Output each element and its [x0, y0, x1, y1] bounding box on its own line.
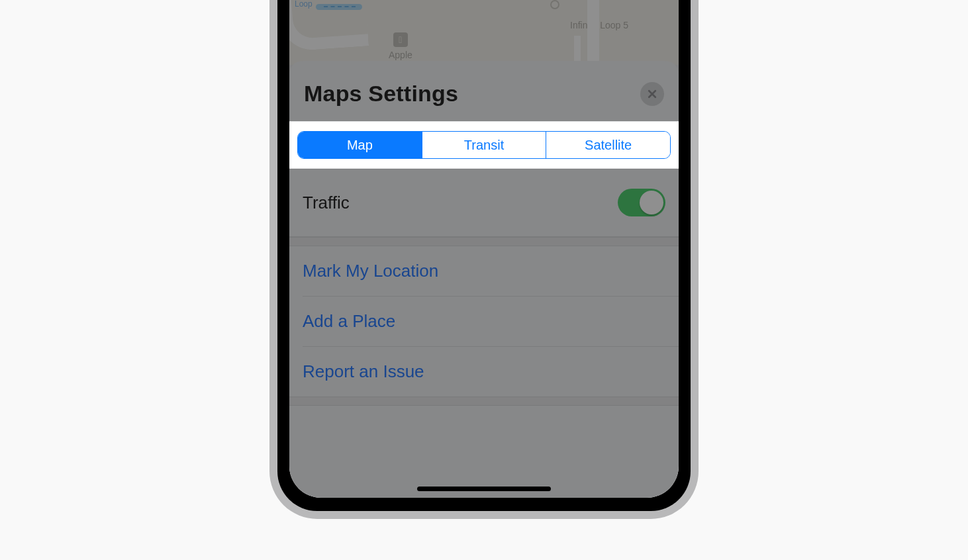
row-mark-my-location-label: Mark My Location: [303, 261, 438, 281]
road-shape-right: [587, 0, 599, 65]
section-gap: [289, 397, 679, 406]
row-traffic-label: Traffic: [303, 193, 350, 213]
map-type-segmented-band: Map Transit Satellite: [289, 121, 679, 169]
phone-frame: Loop Infinite Loop 5 Apple Maps Settings: [269, 0, 699, 519]
row-report-an-issue-label: Report an Issue: [303, 361, 424, 382]
map-poi-apple-label: Apple: [389, 50, 412, 60]
segment-satellite[interactable]: Satellite: [546, 132, 670, 158]
settings-sheet: Maps Settings Map Transit: [289, 61, 679, 498]
row-add-a-place[interactable]: Add a Place: [289, 297, 679, 346]
map-label-loop: Loop: [295, 0, 313, 9]
segment-map-label: Map: [347, 138, 373, 153]
sheet-title: Maps Settings: [304, 81, 458, 107]
toggle-knob: [640, 191, 663, 214]
map-poi-apple: Apple: [389, 32, 412, 60]
map-poi-dot: [550, 0, 559, 9]
close-button[interactable]: [640, 82, 664, 106]
home-indicator[interactable]: [417, 487, 551, 491]
row-add-a-place-label: Add a Place: [303, 311, 395, 332]
section-gap: [289, 237, 679, 246]
segment-transit[interactable]: Transit: [422, 132, 546, 158]
segment-satellite-label: Satellite: [585, 138, 632, 153]
map-background: Loop Infinite Loop 5 Apple: [289, 0, 679, 65]
row-report-an-issue[interactable]: Report an Issue: [289, 347, 679, 397]
close-icon: [647, 89, 657, 99]
map-type-segmented-control: Map Transit Satellite: [297, 131, 671, 159]
sheet-header: Maps Settings: [289, 61, 679, 121]
map-label-infinite-loop-5: Infinite Loop 5: [570, 20, 628, 30]
phone-screen: Loop Infinite Loop 5 Apple Maps Settings: [289, 0, 679, 498]
segment-transit-label: Transit: [464, 138, 504, 153]
apple-logo-icon: [393, 32, 408, 47]
segment-map[interactable]: Map: [298, 132, 422, 158]
traffic-toggle[interactable]: [618, 189, 665, 216]
row-mark-my-location[interactable]: Mark My Location: [289, 246, 679, 296]
row-traffic: Traffic: [289, 169, 679, 237]
road-shape-small: [316, 4, 362, 10]
